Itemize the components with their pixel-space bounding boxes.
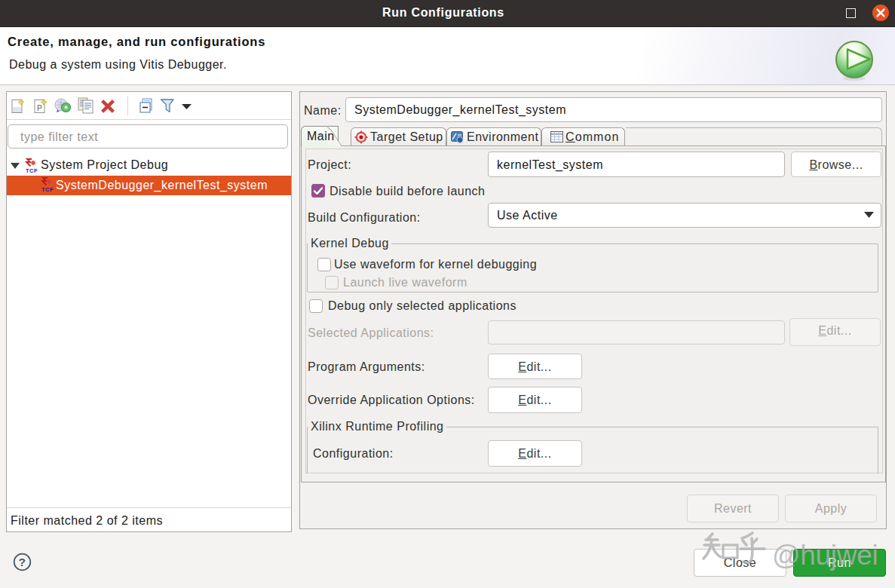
svg-text:@hujwei: @hujwei (772, 540, 878, 571)
svg-text:P: P (37, 104, 42, 112)
svg-text:?: ? (19, 556, 26, 568)
svg-text:TCF: TCF (41, 186, 54, 192)
svg-text:TCF: TCF (26, 167, 38, 173)
